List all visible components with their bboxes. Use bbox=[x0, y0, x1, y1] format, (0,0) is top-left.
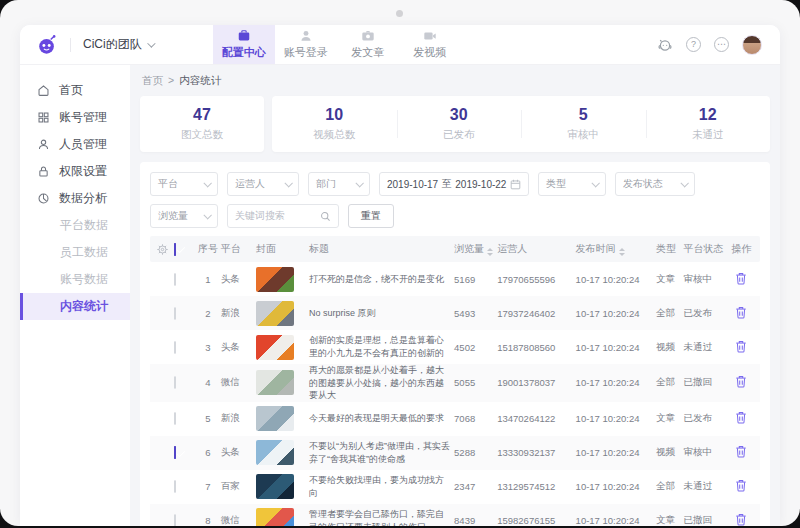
sidebar-item-permission-settings[interactable]: 权限设置 bbox=[20, 158, 130, 185]
department-select[interactable]: 部门 bbox=[308, 172, 370, 196]
column-publish-time[interactable]: 发布时间 bbox=[576, 242, 656, 256]
customer-service-icon[interactable] bbox=[657, 37, 673, 53]
tab-publish-video[interactable]: 发视频 bbox=[399, 25, 461, 64]
sidebar-item-data-analysis[interactable]: 数据分析 bbox=[20, 185, 130, 212]
row-title-cell[interactable]: 创新的实质是理想，总是盘算着心里的小九九是不会有真正的创新的 bbox=[309, 334, 454, 359]
row-checkbox[interactable] bbox=[174, 514, 176, 526]
cover-image[interactable] bbox=[256, 335, 294, 360]
header-left: CiCi的团队 bbox=[20, 25, 153, 64]
search-icon[interactable] bbox=[320, 211, 331, 222]
app-logo-robot-icon[interactable] bbox=[36, 34, 58, 56]
sidebar-subitem-content-stats[interactable]: 内容统计 bbox=[20, 293, 130, 320]
row-operator: 13470264122 bbox=[497, 413, 575, 424]
cover-image[interactable] bbox=[256, 301, 294, 326]
keyword-search-input[interactable]: 关键词搜索 bbox=[227, 204, 339, 228]
column-platform-status[interactable]: 平台状态 bbox=[683, 242, 728, 256]
cover-image[interactable] bbox=[256, 370, 294, 395]
breadcrumb-separator: > bbox=[168, 74, 174, 86]
row-operator: 17970655596 bbox=[497, 274, 575, 285]
select-all-checkbox[interactable] bbox=[174, 243, 176, 256]
column-type[interactable]: 类型 bbox=[656, 242, 683, 256]
row-action-cell bbox=[729, 272, 754, 287]
row-index: 5 bbox=[195, 413, 220, 424]
delete-trash-icon[interactable] bbox=[735, 411, 747, 424]
delete-trash-icon[interactable] bbox=[735, 513, 747, 526]
delete-trash-icon[interactable] bbox=[735, 375, 747, 388]
row-checkbox[interactable] bbox=[174, 376, 176, 389]
row-type: 视频 bbox=[656, 446, 683, 459]
stat-value: 10 bbox=[325, 106, 343, 124]
stat-label: 图文总数 bbox=[181, 128, 223, 142]
row-checkbox[interactable] bbox=[174, 341, 176, 354]
cover-image[interactable] bbox=[256, 508, 294, 526]
row-title-cell[interactable]: 打不死的是信念，绕不开的是变化 bbox=[309, 273, 454, 286]
type-select[interactable]: 类型 bbox=[538, 172, 606, 196]
delete-trash-icon[interactable] bbox=[735, 479, 747, 492]
sidebar-item-account-mgmt[interactable]: 账号管理 bbox=[20, 104, 130, 131]
row-checkbox-cell bbox=[174, 308, 196, 319]
row-title-cell[interactable]: 再大的愿景都是从小处着手，越大的图越要从小处搞，越小的东西越要从大 bbox=[309, 364, 454, 402]
stats-row: 47 图文总数 10 视频总数 30 已发布 bbox=[140, 96, 770, 152]
operator-select[interactable]: 运营人 bbox=[227, 172, 299, 196]
delete-trash-icon[interactable] bbox=[735, 306, 747, 319]
publish-status-select[interactable]: 发布状态 bbox=[615, 172, 695, 196]
row-index: 7 bbox=[195, 481, 220, 492]
row-checkbox[interactable] bbox=[174, 307, 176, 320]
row-checkbox[interactable] bbox=[174, 412, 176, 425]
header-right: ? ⋯ bbox=[657, 25, 762, 64]
reset-button[interactable]: 重置 bbox=[348, 204, 394, 228]
views-select[interactable]: 浏览量 bbox=[150, 204, 218, 228]
sort-icon[interactable] bbox=[487, 248, 493, 256]
row-checkbox-cell bbox=[174, 413, 196, 424]
row-title: 不要以“为别人考虑”做理由，其实丢弃了“舍我其谁”的使命感 bbox=[309, 441, 450, 464]
table-row: 8 微信 管理者要学会自己舔伤口，舔完自己的伤口还要去舔别人的伤口 8439 1… bbox=[150, 504, 760, 526]
stat-label: 审核中 bbox=[568, 128, 600, 142]
row-title-cell[interactable]: 今天最好的表现是明天最低的要求 bbox=[309, 412, 454, 425]
delete-trash-icon[interactable] bbox=[735, 445, 747, 458]
select-all-cell bbox=[174, 244, 196, 255]
column-settings-gear-icon[interactable] bbox=[156, 243, 174, 256]
row-title-cell[interactable]: No surprise 原则 bbox=[309, 307, 454, 320]
sidebar-subitem-label: 内容统计 bbox=[60, 298, 108, 315]
column-operator[interactable]: 运营人 bbox=[497, 242, 575, 256]
tab-config-center[interactable]: 配置中心 bbox=[213, 25, 275, 64]
column-platform[interactable]: 平台 bbox=[221, 242, 256, 256]
column-title[interactable]: 标题 bbox=[309, 242, 454, 256]
chevron-down-icon bbox=[147, 39, 155, 47]
row-checkbox[interactable] bbox=[174, 446, 176, 459]
row-action-cell bbox=[729, 340, 754, 355]
chevron-down-icon bbox=[591, 179, 599, 187]
tab-publish-article[interactable]: 发文章 bbox=[337, 25, 399, 64]
row-checkbox[interactable] bbox=[174, 480, 176, 493]
delete-trash-icon[interactable] bbox=[735, 340, 747, 353]
row-status: 审核中 bbox=[683, 446, 728, 459]
row-status: 已发布 bbox=[683, 412, 728, 425]
user-avatar[interactable] bbox=[742, 35, 762, 55]
team-switcher[interactable]: CiCi的团队 bbox=[83, 36, 153, 53]
cover-image[interactable] bbox=[256, 406, 294, 431]
sidebar-subitem-employee-data[interactable]: 员工数据 bbox=[20, 239, 130, 266]
cover-image[interactable] bbox=[256, 474, 294, 499]
cover-image[interactable] bbox=[256, 440, 294, 465]
sidebar-subitem-account-data[interactable]: 账号数据 bbox=[20, 266, 130, 293]
sidebar-item-home[interactable]: 首页 bbox=[20, 77, 130, 104]
sort-icon[interactable] bbox=[619, 248, 625, 256]
column-views[interactable]: 浏览量 bbox=[454, 242, 497, 256]
row-checkbox[interactable] bbox=[174, 273, 176, 286]
more-icon[interactable]: ⋯ bbox=[714, 37, 729, 52]
help-icon[interactable]: ? bbox=[686, 37, 701, 52]
column-cover[interactable]: 封面 bbox=[256, 242, 309, 256]
breadcrumb-root[interactable]: 首页 bbox=[142, 74, 163, 86]
platform-select[interactable]: 平台 bbox=[150, 172, 218, 196]
column-index[interactable]: 序号 bbox=[195, 242, 220, 256]
row-title-cell[interactable]: 不要给失败找理由，要为成功找方向 bbox=[309, 474, 454, 499]
cover-image[interactable] bbox=[256, 267, 294, 292]
column-action[interactable]: 操作 bbox=[729, 242, 754, 256]
sidebar-subitem-platform-data[interactable]: 平台数据 bbox=[20, 212, 130, 239]
delete-trash-icon[interactable] bbox=[735, 272, 747, 285]
sidebar-item-personnel-mgmt[interactable]: 人员管理 bbox=[20, 131, 130, 158]
date-range-picker[interactable]: 2019-10-17 至 2019-10-22 bbox=[379, 172, 529, 196]
row-title-cell[interactable]: 不要以“为别人考虑”做理由，其实丢弃了“舍我其谁”的使命感 bbox=[309, 440, 454, 465]
tab-account-login[interactable]: 账号登录 bbox=[275, 25, 337, 64]
row-title-cell[interactable]: 管理者要学会自己舔伤口，舔完自己的伤口还要去舔别人的伤口 bbox=[309, 508, 454, 526]
